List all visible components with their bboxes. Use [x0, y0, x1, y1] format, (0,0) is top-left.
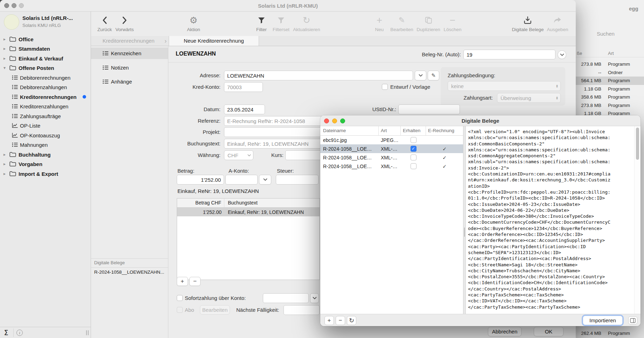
sidebar-item-debitorenrechnungen[interactable]: Debitorenrechnungen: [0, 73, 91, 82]
sidebar-item-zahlungsauftraege[interactable]: Zahlungsaufträge: [0, 111, 91, 121]
toolbar-button-loeschen[interactable]: −Löschen: [443, 14, 461, 32]
breadcrumb-previous[interactable]: Kreditorenrechnungen: [103, 36, 154, 46]
disclosure-collapsed-icon[interactable]: ▸: [4, 56, 6, 61]
disclosure-collapsed-icon[interactable]: ▸: [4, 152, 6, 157]
sidebar-item-office[interactable]: ▸Office: [0, 34, 91, 44]
toolbar-button-bearbeiten[interactable]: ✎Bearbeiten: [390, 14, 413, 32]
remove-row-button[interactable]: −: [189, 277, 201, 286]
toolbar-button-neu[interactable]: +Neu: [375, 14, 384, 32]
col-erhalten[interactable]: Erhalten: [401, 126, 426, 135]
col-betrag-chf[interactable]: Betrag CHF: [177, 199, 224, 207]
file-row[interactable]: R-2024-1058__LOE…XML-…✓✓: [320, 144, 463, 153]
scrollbar-thumb[interactable]: [636, 128, 639, 160]
toolbar-button-ausgeben[interactable]: Ausgeben: [547, 14, 568, 32]
abbrechen-button[interactable]: Abbrechen: [488, 327, 522, 336]
abo-checkbox[interactable]: [177, 307, 183, 313]
toolbar-button-duplizieren[interactable]: Duplizieren: [416, 14, 440, 32]
toolbar-button-zurueck[interactable]: Zurück: [97, 14, 112, 32]
ustid-input[interactable]: [398, 105, 460, 114]
toolbar-button-aktion[interactable]: ⚙Aktion: [187, 14, 200, 32]
ok-button[interactable]: OK: [534, 327, 564, 336]
column-header-size[interactable]: ße: [577, 51, 582, 56]
erhalten-checkbox[interactable]: [411, 163, 416, 169]
scrollbar[interactable]: [634, 126, 640, 314]
file-row[interactable]: ebc91c.jpgJPEG…: [320, 136, 463, 144]
pane-divider[interactable]: [463, 126, 466, 314]
col-art[interactable]: Art: [379, 126, 401, 135]
adresse-dropdown-button[interactable]: [415, 71, 426, 80]
disclosure-expanded-icon[interactable]: ▾: [4, 65, 6, 70]
sidebar-item-vorgaben[interactable]: ▸Vorgaben: [0, 159, 91, 169]
sofortzahlung-konto-input[interactable]: [263, 293, 309, 303]
datum-input[interactable]: 23.05.2024: [224, 105, 265, 114]
toolbar-button-filterset[interactable]: Filterset: [273, 14, 289, 32]
panel-item-notizen[interactable]: Notizen: [91, 62, 168, 73]
column-header-art[interactable]: Art: [608, 51, 614, 56]
betrag-input[interactable]: 1'252.00: [177, 175, 224, 185]
digitale-belege-file[interactable]: R-2024-1058__LOEWENZAHN...: [94, 269, 166, 275]
zoom-button[interactable]: [340, 118, 345, 123]
disclosure-collapsed-icon[interactable]: ▸: [4, 46, 6, 51]
finder-row[interactable]: 262.4 MBProgramm: [573, 329, 644, 338]
kred-konto-input[interactable]: 70003: [224, 82, 263, 92]
sum-icon[interactable]: ∑: [4, 329, 8, 335]
info-icon[interactable]: i: [16, 330, 23, 336]
sidebar-item-kreditorenrechnungen[interactable]: Kreditorenrechnungen: [0, 92, 91, 102]
minimize-button[interactable]: [332, 118, 337, 123]
sidebar-item-op-liste[interactable]: OP-Liste: [0, 121, 91, 131]
sidebar-item-buchhaltung[interactable]: ▸Buchhaltung: [0, 150, 91, 159]
waehrung-select[interactable]: CHF: [224, 150, 253, 160]
refresh-button[interactable]: ↻: [347, 316, 356, 325]
zahlungsbedingung-select[interactable]: keine ▲▼: [448, 81, 561, 91]
erhalten-checkbox[interactable]: ✓: [411, 146, 416, 152]
file-row[interactable]: R-2024-1058__LOE…XML-…✓: [320, 153, 463, 162]
erhalten-checkbox[interactable]: [411, 154, 416, 160]
sidebar-item-import-export[interactable]: ▸Import & Export: [0, 169, 91, 179]
sidebar-item-einkauf-verkauf[interactable]: ▸Einkauf & Verkauf: [0, 53, 91, 63]
sidebar-item-debitorenzahlungen[interactable]: Debitorenzahlungen: [0, 82, 91, 92]
toggle-panel-button[interactable]: [628, 316, 637, 324]
toolbar-button-filter[interactable]: Filter: [256, 14, 267, 32]
sidebar-item-op-kontoauszug[interactable]: OP-Kontoauszug: [0, 130, 91, 140]
tab-active[interactable]: Neue Kreditorenrechnung: [169, 36, 259, 46]
faelligkeit-input[interactable]: [284, 305, 320, 315]
toolbar-button-aktualisieren[interactable]: ↻Aktualisieren: [293, 14, 320, 32]
finder-row[interactable]: 1.18 GBProgramm: [573, 85, 644, 93]
steuer-input[interactable]: [276, 175, 318, 185]
col-buchungstext[interactable]: Buchungstext: [224, 199, 320, 207]
position-row[interactable]: 1'252.00 Einkauf, ReNr: 19, LOEWENZAHN: [177, 208, 320, 216]
finder-row[interactable]: 273.8 MBProgramm: [573, 60, 644, 69]
sidebar-item-offene-posten[interactable]: ▾Offene Posten: [0, 63, 91, 73]
panel-item-anhaenge[interactable]: Anhänge: [91, 76, 168, 87]
finder-row[interactable]: 358.6 MBProgramm: [573, 93, 644, 101]
a-konto-input[interactable]: [225, 175, 258, 185]
splitter-grip[interactable]: [86, 330, 89, 335]
toolbar-button-digitale-belege[interactable]: Digitale Belege: [512, 14, 544, 32]
remove-file-button[interactable]: −: [336, 316, 345, 325]
col-dateiname[interactable]: Dateiname: [320, 126, 379, 135]
beleg-nr-dropdown-button[interactable]: [558, 50, 566, 59]
sidebar-item-kreditorenzahlungen[interactable]: Kreditorenzahlungen: [0, 102, 91, 112]
sofortzahlung-dropdown-button[interactable]: [310, 293, 319, 303]
add-file-button[interactable]: +: [324, 316, 334, 325]
disclosure-collapsed-icon[interactable]: ▸: [4, 171, 6, 176]
close-button[interactable]: [324, 118, 329, 123]
disclosure-collapsed-icon[interactable]: ▸: [4, 161, 6, 166]
file-row[interactable]: R-2024-1058__LOE…XML-…✓: [320, 162, 463, 171]
zahlungsart-select[interactable]: Überweisung ▲▼: [497, 93, 561, 103]
sidebar-item-mahnungen[interactable]: Mahnungen: [0, 140, 91, 150]
col-erechnung[interactable]: E-Rechnung: [426, 126, 463, 135]
add-row-button[interactable]: +: [177, 277, 188, 286]
adresse-edit-button[interactable]: ✎: [428, 71, 439, 80]
sidebar-item-stammdaten[interactable]: ▸Stammdaten: [0, 44, 91, 54]
importieren-button[interactable]: Importieren: [583, 316, 623, 325]
panel-item-kennzeichen[interactable]: Kennzeichen: [91, 48, 168, 59]
a-konto-dropdown-button[interactable]: [259, 175, 271, 185]
entwurf-checkbox[interactable]: [382, 84, 388, 90]
disclosure-collapsed-icon[interactable]: ▸: [4, 37, 6, 42]
bearbeiten-button[interactable]: Bearbeiten: [200, 305, 230, 315]
erhalten-checkbox[interactable]: [411, 137, 416, 143]
beleg-nr-input[interactable]: 19: [463, 50, 555, 59]
search-field[interactable]: Suchen: [597, 31, 615, 37]
sofortzahlung-checkbox[interactable]: [177, 295, 183, 301]
